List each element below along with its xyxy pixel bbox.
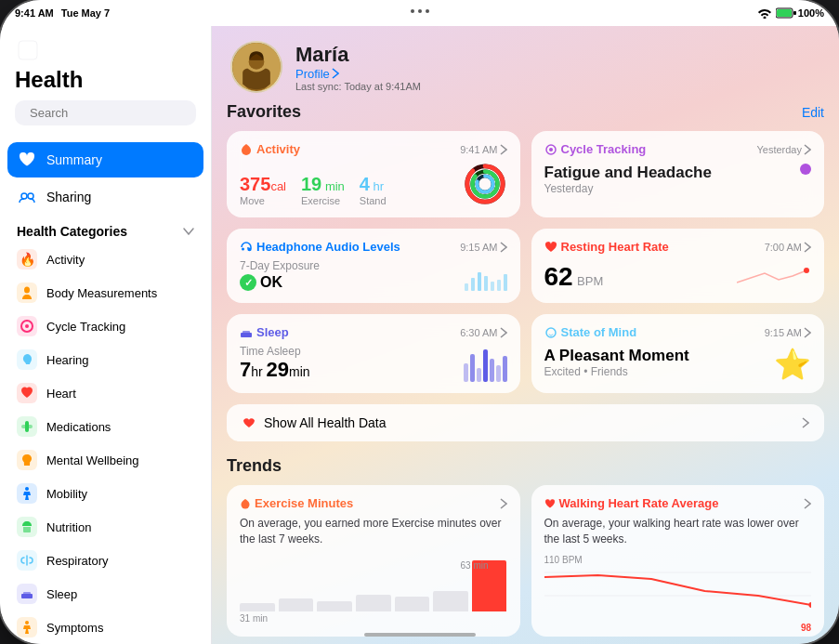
symptoms-label: Symptoms: [46, 621, 103, 635]
svg-point-10: [28, 193, 33, 199]
edit-button[interactable]: Edit: [802, 105, 824, 120]
svg-rect-15: [21, 425, 33, 428]
nutrition-cat-icon: [17, 517, 37, 537]
resting-heart-rate-card[interactable]: Resting Heart Rate 7:00 AM 62: [531, 229, 825, 303]
sidebar-item-hearing[interactable]: Hearing: [7, 343, 203, 376]
profile-link[interactable]: Profile: [295, 67, 421, 81]
sidebar-item-symptoms[interactable]: Symptoms: [7, 611, 203, 644]
sleep-time-stamp: 6:30 AM: [460, 327, 506, 338]
state-of-mind-card[interactable]: State of Mind 9:15 AM A Pleasant Moment: [531, 314, 825, 393]
exposure-bars: [465, 263, 507, 291]
sidebar-item-body-measurements[interactable]: Body Measurements: [7, 276, 203, 309]
trends-section: Trends Exercise Minutes: [227, 456, 824, 637]
health-categories-header: Health Categories: [7, 217, 203, 243]
cycle-tracking-card[interactable]: Cycle Tracking Yesterday Fatigue and Hea…: [531, 131, 825, 217]
show-all-health-button[interactable]: Show All Health Data: [227, 404, 824, 441]
sidebar-item-mental-wellbeing[interactable]: Mental Wellbeing: [7, 443, 203, 477]
medications-label: Medications: [46, 420, 111, 434]
cycle-tracking-cat-icon: [17, 316, 37, 336]
sleep-label: Sleep: [46, 587, 77, 601]
sidebar-item-nutrition[interactable]: Nutrition: [7, 510, 203, 544]
sleep-bars: [464, 349, 507, 382]
state-of-mind-time: 9:15 AM: [765, 327, 811, 338]
status-time: 9:41 AM: [15, 7, 54, 19]
svg-rect-3: [18, 40, 38, 60]
activity-stats: 375cal Move 19 min Exercise 4 hr: [240, 174, 387, 206]
exercise-trend-title: Exercise Minutes: [240, 496, 353, 510]
svg-point-13: [25, 324, 29, 328]
favorites-header: Favorites Edit: [227, 102, 824, 122]
profile-info: María Profile Last sync: Today at 9:41AM: [295, 43, 421, 92]
respiratory-cat-icon: [17, 550, 37, 571]
ok-status: OK: [260, 274, 282, 291]
mobility-label: Mobility: [46, 487, 87, 501]
cycle-tracking-card-title: Cycle Tracking: [544, 142, 647, 156]
device-screen: 9:41 AM Tue May 7 100%: [0, 0, 839, 644]
heart-nav-icon: [17, 150, 37, 170]
walking-hr-trend-title: Walking Heart Rate Average: [544, 496, 719, 510]
sidebar-item-medications[interactable]: Medications: [7, 410, 203, 443]
svg-point-16: [25, 487, 29, 491]
sidebar-item-cycle-tracking[interactable]: Cycle Tracking: [7, 309, 203, 343]
trends-title: Trends: [227, 456, 282, 476]
sidebar-item-respiratory[interactable]: Respiratory: [7, 544, 203, 577]
svg-rect-2: [793, 11, 796, 15]
bpm-unit: BPM: [577, 274, 603, 288]
status-date: Tue May 7: [61, 7, 110, 19]
sidebar-item-mobility[interactable]: Mobility: [7, 477, 203, 510]
activity-cat-icon: 🔥: [17, 249, 37, 269]
heart-cat-icon: [17, 383, 37, 403]
sidebar-header: Health: [0, 26, 211, 142]
walking-hr-bottom: 98: [544, 623, 812, 633]
show-all-chevron: [802, 417, 809, 428]
sidebar-title: Health: [15, 67, 196, 93]
min-label: 31 min: [240, 613, 507, 624]
activity-label: Activity: [46, 253, 85, 267]
svg-rect-1: [777, 9, 792, 17]
search-input[interactable]: [30, 106, 186, 120]
sidebar-item-summary[interactable]: Summary: [7, 142, 203, 177]
sidebar-item-heart[interactable]: Heart: [7, 376, 203, 410]
avatar: [230, 41, 282, 93]
battery-level: 100%: [798, 7, 824, 19]
cycle-dot: [800, 164, 811, 175]
main-content: María Profile Last sync: Today at 9:41AM…: [212, 26, 839, 644]
sidebar-item-sharing[interactable]: Sharing: [7, 179, 203, 215]
wifi-icon: [757, 7, 772, 19]
medications-cat-icon: [17, 416, 37, 437]
activity-card-title: Activity: [240, 142, 300, 156]
exposure-label: 7-Day Exposure: [240, 259, 320, 272]
profile-bar: María Profile Last sync: Today at 9:41AM: [212, 26, 839, 102]
sidebar-item-sleep[interactable]: Sleep: [7, 577, 203, 611]
activity-card[interactable]: Activity 9:41 AM 375cal: [227, 131, 520, 217]
search-bar[interactable]: [15, 100, 196, 125]
trends-header: Trends: [227, 456, 824, 476]
sleep-card[interactable]: Sleep 6:30 AM Time Asleep: [227, 314, 520, 393]
sidebar: Health: [0, 26, 212, 644]
sharing-label: Sharing: [46, 190, 91, 204]
heart-show-all-icon: [242, 416, 256, 429]
walking-heart-rate-trend[interactable]: Walking Heart Rate Average On average, y…: [531, 485, 825, 637]
cycle-time: Yesterday: [756, 144, 811, 155]
body-measurements-cat-icon: [17, 283, 37, 303]
health-categories-title: Health Categories: [17, 224, 127, 239]
exercise-minutes-trend[interactable]: Exercise Minutes On average, you earned …: [227, 485, 520, 637]
walking-hr-chart: 110 BPM 98: [544, 555, 812, 620]
symptoms-cat-icon: [17, 617, 37, 637]
heart-rate-time: 7:00 AM: [765, 242, 811, 253]
heart-label: Heart: [46, 387, 76, 401]
respiratory-label: Respiratory: [46, 554, 108, 568]
headphone-card-title: Headphone Audio Levels: [240, 240, 400, 254]
nutrition-label: Nutrition: [46, 520, 91, 534]
sleep-duration: 7hr 29min: [240, 358, 310, 382]
chevron-down-icon: [183, 228, 194, 235]
sidebar-item-activity[interactable]: 🔥 Activity: [7, 243, 203, 276]
heart-rate-card-title: Resting Heart Rate: [544, 240, 669, 254]
content-area: Favorites Edit Activity: [212, 102, 839, 637]
state-of-mind-title: State of Mind: [544, 325, 637, 339]
profile-name: María: [295, 43, 421, 67]
svg-point-11: [24, 287, 30, 294]
headphone-audio-card[interactable]: Headphone Audio Levels 9:15 AM 7-Day Exp…: [227, 229, 520, 303]
walking-hr-chevron: [804, 498, 811, 509]
star-icon: ⭐: [774, 347, 811, 382]
